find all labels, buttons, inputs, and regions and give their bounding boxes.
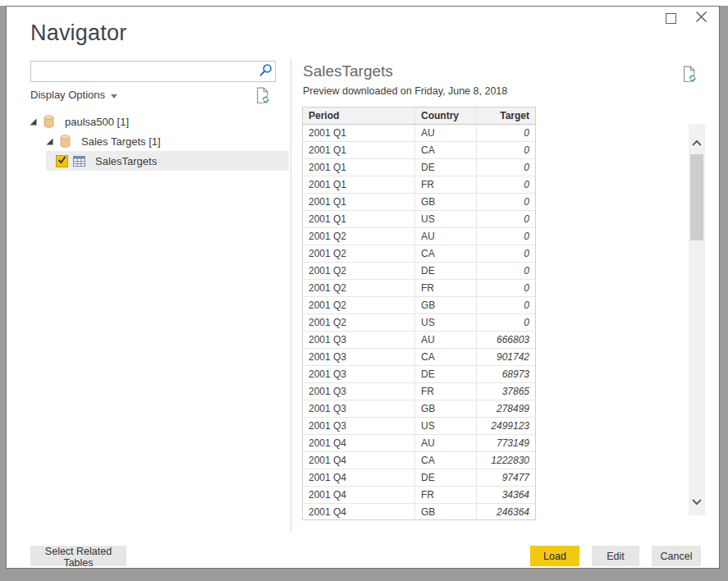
table-row: 2001 Q1GB0 [303,194,535,211]
table-row: 2001 Q1DE0 [303,159,535,176]
cell-target: 901742 [477,349,535,365]
cell-country: CA [415,349,477,365]
table-row: 2001 Q2AU0 [303,228,535,245]
table-row: 2001 Q4CA1222830 [303,452,535,469]
load-button[interactable]: Load [530,546,579,566]
scrollbar-thumb[interactable] [690,154,703,240]
tree-item-paulsa500[interactable]: paulsa500 [1] [30,112,129,131]
preview-title: SalesTargets [303,62,393,80]
cell-period: 2001 Q3 [303,400,415,417]
column-header-period[interactable]: Period [303,108,415,124]
tree-item-label: paulsa500 [1] [65,116,129,128]
refresh-preview-button[interactable] [255,86,270,108]
cell-country: GB [415,400,477,417]
cell-target: 246364 [477,504,535,520]
column-header-target[interactable]: Target [477,108,535,124]
search-icon [259,63,272,80]
search-button[interactable] [255,63,275,80]
cell-period: 2001 Q4 [303,504,415,520]
close-button[interactable] [694,11,707,25]
cell-period: 2001 Q2 [303,280,415,296]
table-header-row: Period Country Target [303,108,535,125]
table-row: 2001 Q1CA0 [303,142,535,159]
table-row: 2001 Q3US2499123 [303,418,535,435]
table-row: 2001 Q3AU666803 [303,332,535,349]
tree-item-salestargets[interactable]: SalesTargets [46,151,289,171]
search-input[interactable] [31,62,255,80]
cell-country: DE [415,159,477,176]
expander-icon[interactable] [46,138,53,145]
display-options-dropdown[interactable]: Display Options [30,89,117,101]
cell-period: 2001 Q2 [303,297,415,313]
cell-country: DE [415,263,477,279]
cell-target: 278499 [477,400,535,417]
cell-target: 34364 [477,487,535,503]
table-icon [73,156,85,167]
edit-button[interactable]: Edit [592,546,639,566]
table-row: 2001 Q4DE97477 [303,469,535,487]
chevron-down-icon [691,494,703,507]
display-options-label: Display Options [30,89,105,101]
cell-period: 2001 Q2 [303,263,415,279]
cell-country: AU [415,332,477,348]
cell-target: 68973 [477,366,535,382]
cell-target: 2499123 [477,418,535,434]
cancel-button[interactable]: Cancel [652,546,701,566]
maximize-button[interactable] [666,13,676,24]
cell-period: 2001 Q1 [303,125,415,141]
background-strip [0,0,728,6]
cell-country: US [415,314,477,331]
cell-target: 0 [477,263,535,279]
select-related-tables-button[interactable]: Select Related Tables [30,546,126,566]
cell-period: 2001 Q1 [303,211,415,227]
table-row: 2001 Q3CA901742 [303,349,535,366]
checkmark-icon [57,154,67,167]
preview-table: Period Country Target 2001 Q1AU02001 Q1C… [302,107,536,520]
table-row: 2001 Q2DE0 [303,263,535,280]
cell-target: 773149 [477,435,535,451]
cell-target: 97477 [477,469,535,486]
tree-item-label: SalesTargets [95,155,157,167]
cell-period: 2001 Q1 [303,194,415,210]
scroll-down-button[interactable] [689,494,705,507]
cell-period: 2001 Q4 [303,487,415,503]
table-row: 2001 Q2CA0 [303,245,535,263]
cell-period: 2001 Q1 [303,159,415,176]
cell-period: 2001 Q2 [303,245,415,262]
tree-item-label: Sales Targets [1] [81,135,161,148]
cell-country: GB [415,194,477,210]
cell-period: 2001 Q2 [303,314,415,331]
cell-country: DE [415,366,477,382]
table-row: 2001 Q4GB246364 [303,504,535,520]
cell-period: 2001 Q3 [303,418,415,434]
salestargets-checkbox[interactable] [56,155,68,167]
cell-country: FR [415,280,477,296]
cell-target: 0 [477,142,535,158]
cell-country: US [415,418,477,434]
cell-period: 2001 Q3 [303,349,415,365]
expander-icon[interactable] [30,118,37,126]
preview-scrollbar[interactable] [689,124,705,515]
search-box [30,61,276,82]
cell-target: 37865 [477,383,535,400]
scroll-up-button[interactable] [689,135,705,149]
close-icon [695,11,707,26]
cell-country: GB [415,504,477,520]
cell-country: FR [415,383,477,400]
panel-divider [291,58,291,533]
cell-target: 0 [477,194,535,210]
cell-target: 0 [477,297,535,313]
column-header-country[interactable]: Country [415,108,477,124]
table-row: 2001 Q1FR0 [303,176,535,194]
tree-item-sales-targets[interactable]: Sales Targets [1] [46,131,161,151]
table-row: 2001 Q2US0 [303,314,535,332]
cell-period: 2001 Q3 [303,332,415,348]
page-title: Navigator [30,21,126,46]
table-row: 2001 Q2GB0 [303,297,535,314]
cell-period: 2001 Q1 [303,176,415,193]
table-row: 2001 Q4AU773149 [303,435,535,452]
table-row: 2001 Q4FR34364 [303,487,535,504]
cell-target: 0 [477,125,535,141]
refresh-preview-button[interactable] [682,65,697,87]
cell-period: 2001 Q3 [303,366,415,382]
